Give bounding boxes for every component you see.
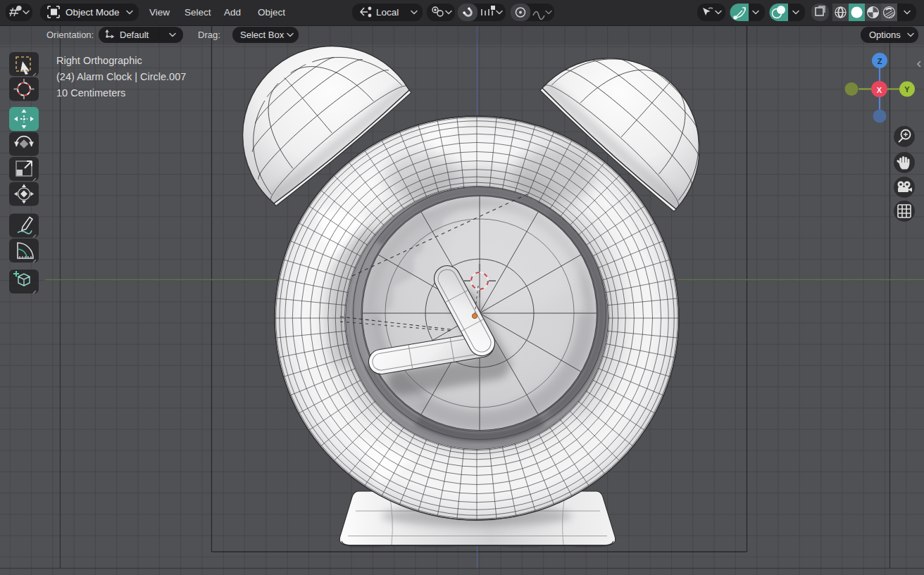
svg-text:Y: Y xyxy=(904,85,910,94)
svg-text:(24) Alarm Clock | Circle.007: (24) Alarm Clock | Circle.007 xyxy=(56,71,186,82)
svg-text:Right Orthographic: Right Orthographic xyxy=(56,55,142,66)
svg-text:Select: Select xyxy=(185,7,211,18)
svg-text:Drag:: Drag: xyxy=(198,30,220,40)
svg-text:Object: Object xyxy=(258,7,285,18)
svg-text:Select Box: Select Box xyxy=(240,30,285,40)
svg-text:10 Centimeters: 10 Centimeters xyxy=(56,87,125,99)
svg-text:Add: Add xyxy=(224,7,241,18)
svg-text:Object Mode: Object Mode xyxy=(65,7,120,18)
svg-text:Orientation:: Orientation: xyxy=(46,30,94,40)
svg-text:Options: Options xyxy=(869,30,901,40)
svg-text:X: X xyxy=(877,86,882,94)
svg-text:View: View xyxy=(149,7,170,18)
svg-text:Default: Default xyxy=(120,30,149,40)
svg-text:Z: Z xyxy=(878,57,882,65)
svg-text:Local: Local xyxy=(376,7,399,18)
